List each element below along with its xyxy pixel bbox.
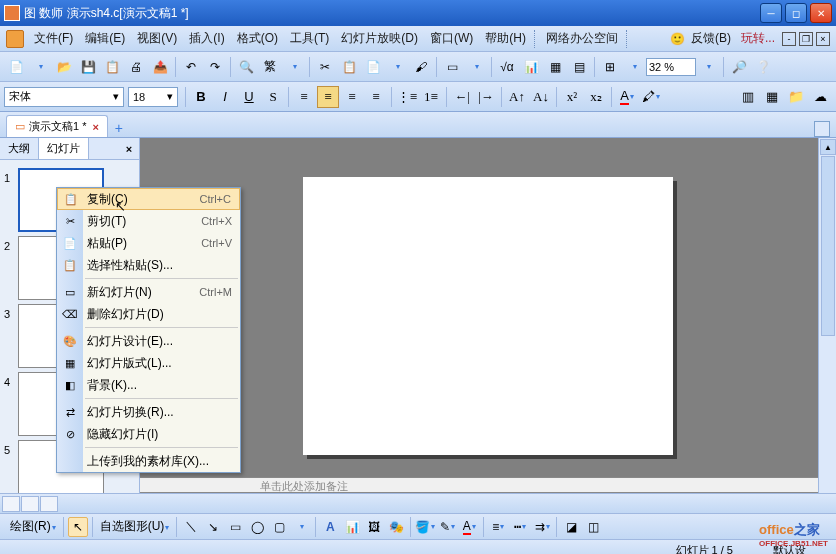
sorter-view-button[interactable] <box>21 496 39 512</box>
autoshapes-menu[interactable]: 自选图形(U) <box>96 518 174 535</box>
menu-slideshow[interactable]: 幻灯片放映(D) <box>335 27 424 50</box>
menu-insert[interactable]: 插入(I) <box>183 27 230 50</box>
textbox-dropdown[interactable] <box>291 517 311 537</box>
ctx-slide-layout[interactable]: ▦幻灯片版式(L)... <box>57 352 240 374</box>
saveas-icon[interactable]: 📋 <box>101 56 123 78</box>
formula-icon[interactable]: √α <box>496 56 518 78</box>
shadow-style-button[interactable]: ◪ <box>561 517 581 537</box>
dash-style-button[interactable]: ┅ <box>510 517 530 537</box>
vertical-scrollbar[interactable]: ▲ <box>818 138 836 493</box>
pane-folder-icon[interactable]: 📁 <box>785 86 807 108</box>
rectangle-icon[interactable]: ▭ <box>225 517 245 537</box>
ctx-transition[interactable]: ⇄幻灯片切换(R)... <box>57 401 240 423</box>
mdi-minimize-button[interactable]: - <box>782 32 796 46</box>
ctx-copy[interactable]: 📋复制(C)Ctrl+C <box>57 188 240 210</box>
font-color-button[interactable]: A <box>616 86 638 108</box>
slide-dropdown[interactable] <box>465 56 487 78</box>
wordart-icon[interactable]: A <box>320 517 340 537</box>
copy-icon[interactable]: 📋 <box>338 56 360 78</box>
tab-slides[interactable]: 幻灯片 <box>39 138 89 159</box>
bold-button[interactable]: B <box>190 86 212 108</box>
mdi-close-button[interactable]: × <box>816 32 830 46</box>
cut-icon[interactable]: ✂ <box>314 56 336 78</box>
slide-canvas[interactable]: ▲ <box>140 138 836 493</box>
ctx-paste[interactable]: 📄粘贴(P)Ctrl+V <box>57 232 240 254</box>
traditional-icon[interactable]: 繁 <box>259 56 281 78</box>
italic-button[interactable]: I <box>214 86 236 108</box>
arrow-icon[interactable]: ↘ <box>203 517 223 537</box>
sidebar-toggle-button[interactable] <box>814 121 830 137</box>
ctx-delete-slide[interactable]: ⌫删除幻灯片(D) <box>57 303 240 325</box>
menu-format[interactable]: 格式(O) <box>231 27 284 50</box>
font-size-combo[interactable]: 18▾ <box>128 87 178 107</box>
save-icon[interactable]: 💾 <box>77 56 99 78</box>
mdi-restore-button[interactable]: ❐ <box>799 32 813 46</box>
numbering-button[interactable]: 1≡ <box>420 86 442 108</box>
maximize-button[interactable]: ◻ <box>785 3 807 23</box>
menu-feedback[interactable]: 反馈(B) <box>685 27 737 50</box>
align-center-button[interactable]: ≡ <box>317 86 339 108</box>
select-arrow-icon[interactable]: ↖ <box>68 517 88 537</box>
font-name-combo[interactable]: 宋体▾ <box>4 87 124 107</box>
undo-icon[interactable]: ↶ <box>180 56 202 78</box>
superscript-button[interactable]: x² <box>561 86 583 108</box>
tab-outline[interactable]: 大纲 <box>0 138 39 159</box>
pane-design-icon[interactable]: ▦ <box>761 86 783 108</box>
ctx-upload[interactable]: 上传到我的素材库(X)... <box>57 450 240 472</box>
open-icon[interactable]: 📂 <box>53 56 75 78</box>
pane-template-icon[interactable]: ▥ <box>737 86 759 108</box>
menu-help[interactable]: 帮助(H) <box>479 27 532 50</box>
export-icon[interactable]: 📤 <box>149 56 171 78</box>
align-left-button[interactable]: ≡ <box>293 86 315 108</box>
align-justify-button[interactable]: ≡ <box>365 86 387 108</box>
decrease-font-button[interactable]: A↓ <box>530 86 552 108</box>
close-tab-icon[interactable]: × <box>92 121 98 133</box>
ctx-hide-slide[interactable]: ⊘隐藏幻灯片(I) <box>57 423 240 445</box>
clipart-icon[interactable]: 🎭 <box>386 517 406 537</box>
find-icon[interactable]: 🔎 <box>728 56 750 78</box>
textbox-icon[interactable]: ▢ <box>269 517 289 537</box>
redo-icon[interactable]: ↷ <box>204 56 226 78</box>
draw-menu[interactable]: 绘图(R) <box>6 518 60 535</box>
ctx-cut[interactable]: ✂剪切(T)Ctrl+X <box>57 210 240 232</box>
highlight-button[interactable]: 🖍 <box>640 86 662 108</box>
close-button[interactable]: ✕ <box>810 3 832 23</box>
oval-icon[interactable]: ◯ <box>247 517 267 537</box>
pane-cloud-icon[interactable]: ☁ <box>809 86 831 108</box>
add-tab-button[interactable]: + <box>110 119 128 137</box>
zoom-dropdown[interactable] <box>697 56 719 78</box>
increase-indent-button[interactable]: |→ <box>475 86 497 108</box>
normal-view-button[interactable] <box>2 496 20 512</box>
current-slide[interactable] <box>303 177 673 455</box>
format-painter-icon[interactable]: 🖌 <box>410 56 432 78</box>
fill-color-button[interactable]: 🪣 <box>415 517 435 537</box>
ctx-new-slide[interactable]: ▭新幻灯片(N)Ctrl+M <box>57 281 240 303</box>
new-icon[interactable]: 📄 <box>5 56 27 78</box>
paste-icon[interactable]: 📄 <box>362 56 384 78</box>
align-right-button[interactable]: ≡ <box>341 86 363 108</box>
document-tab[interactable]: ▭ 演示文稿1 * × <box>6 115 108 137</box>
paste-dropdown[interactable] <box>386 56 408 78</box>
line-color-button[interactable]: ✎ <box>437 517 457 537</box>
menu-wanzhuan[interactable]: 玩转... <box>737 30 779 47</box>
3d-style-button[interactable]: ◫ <box>583 517 603 537</box>
grid-icon[interactable]: ⊞ <box>599 56 621 78</box>
new-slide-icon[interactable]: ▭ <box>441 56 463 78</box>
grid-dropdown[interactable] <box>623 56 645 78</box>
underline-button[interactable]: U <box>238 86 260 108</box>
menu-window[interactable]: 窗口(W) <box>424 27 479 50</box>
increase-font-button[interactable]: A↑ <box>506 86 528 108</box>
scroll-thumb[interactable] <box>821 156 835 336</box>
notes-pane[interactable]: 单击此处添加备注 <box>140 477 818 493</box>
close-pane-button[interactable]: × <box>119 138 139 159</box>
decrease-indent-button[interactable]: ←| <box>451 86 473 108</box>
new-dropdown[interactable] <box>29 56 51 78</box>
ctx-background[interactable]: ◧背景(K)... <box>57 374 240 396</box>
picture-icon[interactable]: 🖼 <box>364 517 384 537</box>
table-icon[interactable]: ▦ <box>544 56 566 78</box>
minimize-button[interactable]: ─ <box>760 3 782 23</box>
subscript-button[interactable]: x₂ <box>585 86 607 108</box>
menu-file[interactable]: 文件(F) <box>28 27 79 50</box>
line-icon[interactable]: ＼ <box>181 517 201 537</box>
scroll-up-button[interactable]: ▲ <box>820 139 836 155</box>
